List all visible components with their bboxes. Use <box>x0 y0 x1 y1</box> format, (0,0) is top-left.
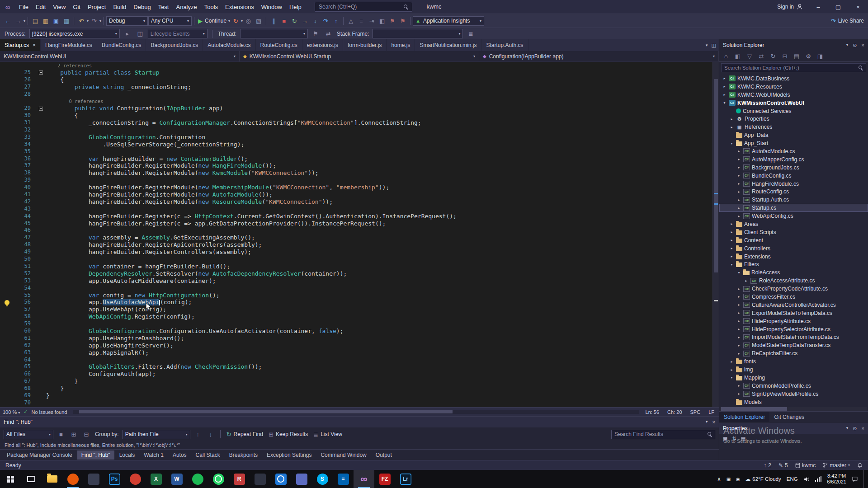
quick-launch-search[interactable]: Search (Ctrl+Q) <box>315 2 412 12</box>
tree-item-content[interactable]: ▸Content <box>719 236 868 244</box>
previous-result-button[interactable]: ↑ <box>193 429 203 440</box>
expand-icon[interactable]: ▸ <box>722 93 727 97</box>
repeat-find-button[interactable]: ↻Repeat Find <box>225 429 264 440</box>
stop-find-button[interactable]: ■ <box>56 429 66 440</box>
expand-icon[interactable]: ▸ <box>722 84 727 89</box>
tree-item-fonts[interactable]: ▸fonts <box>719 357 868 366</box>
undo-button[interactable]: ↶ <box>76 15 86 26</box>
redo-chevron-icon[interactable]: ▾ <box>99 19 101 23</box>
thread-dropdown[interactable]: ▾ <box>240 29 308 38</box>
expand-icon[interactable]: ▸ <box>736 165 741 169</box>
tree-item-backgroundjobs.cs[interactable]: ▸C#BackgroundJobs.cs <box>719 164 868 172</box>
menu-window[interactable]: Window <box>258 0 286 14</box>
start-button[interactable] <box>0 470 21 488</box>
tree-item-app-data[interactable]: App_Data <box>719 131 868 139</box>
stop-debugging-button[interactable]: ■ <box>279 15 289 26</box>
navigation-history-chevron-icon[interactable]: ▾ <box>24 19 25 23</box>
expand-icon[interactable]: ▸ <box>736 303 741 307</box>
preview-selected-items-button[interactable]: ◨ <box>815 52 825 61</box>
tree-item-properties[interactable]: ▸⚙Properties <box>719 115 868 123</box>
fold-collapse-icon[interactable] <box>39 107 43 111</box>
tree-item-img[interactable]: ▸img <box>719 366 868 374</box>
uncommitted-changes-button[interactable]: ✎ 5 <box>778 462 788 469</box>
tool-tab-watch-1[interactable]: Watch 1 <box>140 450 168 460</box>
minimize-button[interactable]: – <box>808 0 828 14</box>
window-position-chevron-icon[interactable]: ▾ <box>846 42 849 48</box>
categorized-view-icon[interactable]: ▦ <box>723 436 727 441</box>
continue-button[interactable]: ▶Continue <box>197 15 228 26</box>
tree-item-kwmc.webuimodels[interactable]: ▸C#KWMC.WebUIModels <box>719 91 868 99</box>
taskbar-app-1[interactable] <box>83 470 104 488</box>
taskbar-lightroom[interactable]: Lr <box>395 470 416 488</box>
expand-icon[interactable]: ▸ <box>729 254 734 258</box>
taskbar-firefox[interactable] <box>62 470 83 488</box>
collapse-icon[interactable]: ▾ <box>736 271 741 275</box>
tree-item-hangfiremodule.cs[interactable]: ▸C#HangFireModule.cs <box>719 180 868 188</box>
expand-all-button[interactable]: ⊞ <box>69 429 79 440</box>
taskbar-file-explorer[interactable] <box>42 470 62 488</box>
notifications-button[interactable] <box>857 463 863 468</box>
browser-link-button[interactable]: ◎ <box>243 15 253 26</box>
switch-views-button[interactable]: ◧ <box>733 52 743 61</box>
taskbar-calculator[interactable]: = <box>333 470 354 488</box>
expand-icon[interactable]: ▸ <box>736 190 741 194</box>
network-icon[interactable] <box>815 476 822 482</box>
find-scope-dropdown[interactable]: All Files▾ <box>4 430 53 439</box>
tray-icon-2[interactable]: ◉ <box>736 477 740 482</box>
tree-item-kwmc.resources[interactable]: ▸C#KWMC.Resources <box>719 83 868 91</box>
solution-platform-dropdown[interactable]: Any CPU▾ <box>148 16 192 26</box>
indent-button[interactable]: ⇥ <box>367 15 377 26</box>
tab-startup.cs[interactable]: Startup.cs× <box>0 39 41 51</box>
taskbar-opera[interactable] <box>125 470 146 488</box>
menu-project[interactable]: Project <box>84 0 109 14</box>
show-desktop-button[interactable] <box>863 470 866 488</box>
expand-icon[interactable]: ▸ <box>729 246 734 250</box>
tree-item-checkpropertycodeattribute.cs[interactable]: ▸C#CheckPropertyCodeAttribute.cs <box>719 285 868 293</box>
menu-tools[interactable]: Tools <box>201 0 222 14</box>
tool-tab-find-hub[interactable]: Find ": Hub" <box>77 450 114 460</box>
list-view-button[interactable]: ≣List View <box>312 429 344 440</box>
navigate-forward-button[interactable]: → <box>13 15 23 26</box>
tree-item-app-start[interactable]: ▾App_Start <box>719 139 868 147</box>
close-icon[interactable]: × <box>33 42 36 48</box>
tab-backgroundjobs.cs[interactable]: BackgroundJobs.cs <box>146 39 203 51</box>
tool-tab-call-stack[interactable]: Call Stack <box>192 450 224 460</box>
home-button[interactable]: ⌂ <box>721 52 731 61</box>
collapse-icon[interactable]: ▾ <box>722 101 727 105</box>
properties-button[interactable]: ⚙ <box>803 52 813 61</box>
tree-item-areas[interactable]: ▸Areas <box>719 220 868 228</box>
tree-item-compressfilter.cs[interactable]: ▸C#CompressFilter.cs <box>719 293 868 301</box>
breadcrumb-item-3[interactable]: ◆Configuration(IAppBuilder app)▾ <box>479 51 719 61</box>
next-bookmark-button[interactable]: ⚑ <box>398 15 408 26</box>
show-all-files-button[interactable]: ▤ <box>792 52 802 61</box>
menu-help[interactable]: Help <box>286 0 305 14</box>
step-over-button[interactable]: ↷ <box>321 15 330 26</box>
tab-routeconfig.cs[interactable]: RouteConfig.cs <box>256 39 302 51</box>
tab-home.js[interactable]: home.js <box>387 39 415 51</box>
expand-icon[interactable]: ▸ <box>729 125 734 129</box>
taskbar-whatsapp[interactable] <box>208 470 229 488</box>
menu-test[interactable]: Test <box>155 0 173 14</box>
tree-item-hidepropertyselectorattribute.cs[interactable]: ▸C#HidePropertySelectorAttribute.cs <box>719 325 868 333</box>
taskbar-word[interactable]: W <box>166 470 187 488</box>
horizontal-scrollbar-thumb[interactable] <box>79 410 453 413</box>
expand-icon[interactable]: ▸ <box>736 335 741 339</box>
menu-file[interactable]: File <box>15 0 32 14</box>
action-center-icon[interactable] <box>852 476 858 482</box>
menu-debug[interactable]: Debug <box>130 0 154 14</box>
save-all-button[interactable]: ▦ <box>61 15 71 26</box>
tab-hangfiremodule.cs[interactable]: HangFireModule.cs <box>41 39 97 51</box>
expand-icon[interactable]: ▸ <box>736 287 741 291</box>
process-dropdown[interactable]: [9220] iisexpress.exe▾ <box>29 29 120 38</box>
continue-chevron-icon[interactable]: ▾ <box>228 19 230 23</box>
window-position-chevron-icon[interactable]: ▾ <box>706 419 708 425</box>
tree-item-mapping[interactable]: ▾Mapping <box>719 374 868 382</box>
tree-item-controllers[interactable]: ▸Controllers <box>719 244 868 253</box>
save-button[interactable]: ▣ <box>51 15 61 26</box>
group-by-dropdown[interactable]: Path then File▾ <box>123 430 190 439</box>
step-out-button[interactable]: ↑ <box>331 15 341 26</box>
window-position-chevron-icon[interactable]: ▾ <box>846 426 849 432</box>
tree-item-references[interactable]: ▸▣References <box>719 123 868 131</box>
next-result-button[interactable]: ↓ <box>206 429 216 440</box>
tool-tab-exception-settings[interactable]: Exception Settings <box>263 450 316 460</box>
